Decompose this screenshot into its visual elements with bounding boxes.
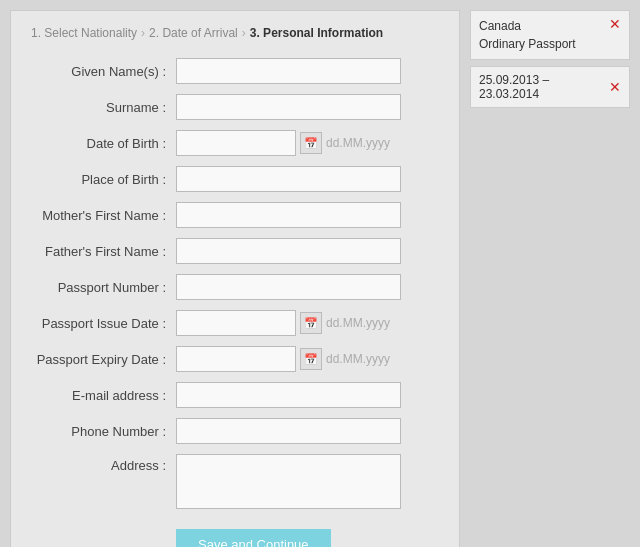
date-range-box: 25.09.2013 – 23.03.2014 ✕ (470, 66, 630, 108)
passport-expiry-row: Passport Expiry Date : 📅 dd.MM.yyyy (31, 346, 439, 372)
date-range-text: 25.09.2013 – 23.03.2014 (479, 73, 605, 101)
side-panel: Canada Ordinary Passport ✕ 25.09.2013 – … (470, 10, 630, 547)
passport-issue-label: Passport Issue Date : (31, 316, 176, 331)
fathers-name-input[interactable] (176, 238, 401, 264)
mothers-name-label: Mother's First Name : (31, 208, 176, 223)
passport-expiry-calendar-icon[interactable]: 📅 (300, 348, 322, 370)
address-textarea[interactable] (176, 454, 401, 509)
save-continue-button[interactable]: Save and Continue (176, 529, 331, 547)
surname-input[interactable] (176, 94, 401, 120)
passport-expiry-input[interactable] (176, 346, 296, 372)
given-names-row: Given Name(s) : (31, 58, 439, 84)
pob-input[interactable] (176, 166, 401, 192)
save-row: Save and Continue (31, 519, 439, 547)
phone-input[interactable] (176, 418, 401, 444)
phone-row: Phone Number : (31, 418, 439, 444)
pob-label: Place of Birth : (31, 172, 176, 187)
given-names-input[interactable] (176, 58, 401, 84)
given-names-label: Given Name(s) : (31, 64, 176, 79)
nationality-box: Canada Ordinary Passport ✕ (470, 10, 630, 60)
passport-number-row: Passport Number : (31, 274, 439, 300)
email-label: E-mail address : (31, 388, 176, 403)
breadcrumb-step2: 2. Date of Arrival (149, 26, 238, 40)
dob-label: Date of Birth : (31, 136, 176, 151)
dob-date-wrapper: 📅 dd.MM.yyyy (176, 130, 390, 156)
email-input[interactable] (176, 382, 401, 408)
pob-row: Place of Birth : (31, 166, 439, 192)
passport-issue-row: Passport Issue Date : 📅 dd.MM.yyyy (31, 310, 439, 336)
passport-issue-calendar-icon[interactable]: 📅 (300, 312, 322, 334)
passport-type: Ordinary Passport (479, 35, 576, 53)
main-form-panel: 1. Select Nationality › 2. Date of Arriv… (10, 10, 460, 547)
email-row: E-mail address : (31, 382, 439, 408)
breadcrumb-sep2: › (242, 26, 246, 40)
breadcrumb-sep1: › (141, 26, 145, 40)
dob-calendar-icon[interactable]: 📅 (300, 132, 322, 154)
dob-input[interactable] (176, 130, 296, 156)
mothers-name-input[interactable] (176, 202, 401, 228)
surname-row: Surname : (31, 94, 439, 120)
passport-issue-date-wrapper: 📅 dd.MM.yyyy (176, 310, 390, 336)
fathers-name-row: Father's First Name : (31, 238, 439, 264)
phone-label: Phone Number : (31, 424, 176, 439)
surname-label: Surname : (31, 100, 176, 115)
breadcrumb: 1. Select Nationality › 2. Date of Arriv… (31, 26, 439, 40)
mothers-name-row: Mother's First Name : (31, 202, 439, 228)
passport-issue-placeholder: dd.MM.yyyy (326, 316, 390, 330)
nationality-info: Canada Ordinary Passport (479, 17, 576, 53)
passport-expiry-label: Passport Expiry Date : (31, 352, 176, 367)
address-label: Address : (31, 458, 176, 473)
breadcrumb-step1: 1. Select Nationality (31, 26, 137, 40)
passport-issue-input[interactable] (176, 310, 296, 336)
breadcrumb-step3: 3. Personal Information (250, 26, 383, 40)
nationality-close-button[interactable]: ✕ (605, 17, 621, 31)
passport-number-label: Passport Number : (31, 280, 176, 295)
date-range-close-button[interactable]: ✕ (605, 80, 621, 94)
address-row: Address : (31, 454, 439, 509)
passport-expiry-date-wrapper: 📅 dd.MM.yyyy (176, 346, 390, 372)
country-name: Canada (479, 17, 576, 35)
fathers-name-label: Father's First Name : (31, 244, 176, 259)
passport-expiry-placeholder: dd.MM.yyyy (326, 352, 390, 366)
dob-row: Date of Birth : 📅 dd.MM.yyyy (31, 130, 439, 156)
dob-placeholder: dd.MM.yyyy (326, 136, 390, 150)
passport-number-input[interactable] (176, 274, 401, 300)
